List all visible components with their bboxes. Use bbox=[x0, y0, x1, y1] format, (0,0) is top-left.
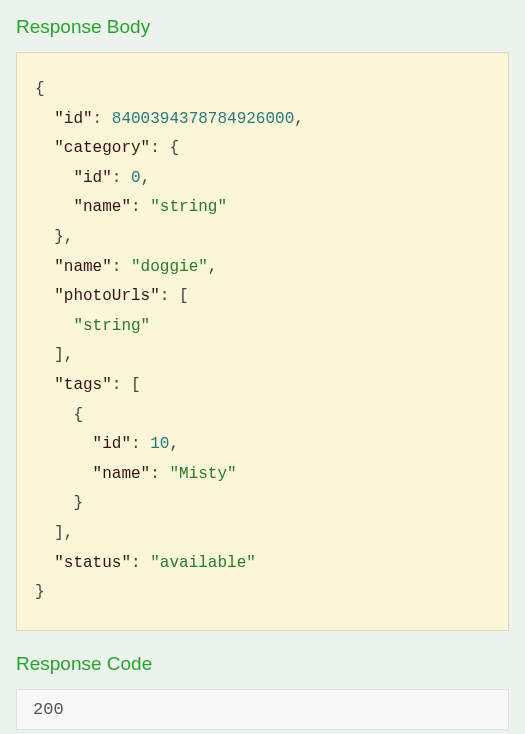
json-key-photourls: "photoUrls" bbox=[54, 287, 160, 305]
response-code-panel: 200 bbox=[16, 689, 509, 730]
json-val-status: "available" bbox=[150, 554, 256, 572]
json-key-status: "status" bbox=[54, 554, 131, 572]
json-val-tag-name: "Misty" bbox=[169, 465, 236, 483]
json-key-name: "name" bbox=[54, 258, 112, 276]
json-val-name: "doggie" bbox=[131, 258, 208, 276]
json-key-id: "id" bbox=[54, 110, 92, 128]
response-body-panel: { "id": 8400394378784926000, "category":… bbox=[16, 52, 509, 631]
json-val-category-id: 0 bbox=[131, 169, 141, 187]
json-val-tag-id: 10 bbox=[150, 435, 169, 453]
json-key-tag-id: "id" bbox=[93, 435, 131, 453]
json-key-category: "category" bbox=[54, 139, 150, 157]
json-val-id: 8400394378784926000 bbox=[112, 110, 294, 128]
json-key-category-id: "id" bbox=[73, 169, 111, 187]
json-val-photourls-item: "string" bbox=[73, 317, 150, 335]
json-val-category-name: "string" bbox=[150, 198, 227, 216]
json-key-category-name: "name" bbox=[73, 198, 131, 216]
response-body-header: Response Body bbox=[16, 16, 509, 38]
response-code-header: Response Code bbox=[16, 653, 509, 675]
json-key-tag-name: "name" bbox=[93, 465, 151, 483]
json-key-tags: "tags" bbox=[54, 376, 112, 394]
